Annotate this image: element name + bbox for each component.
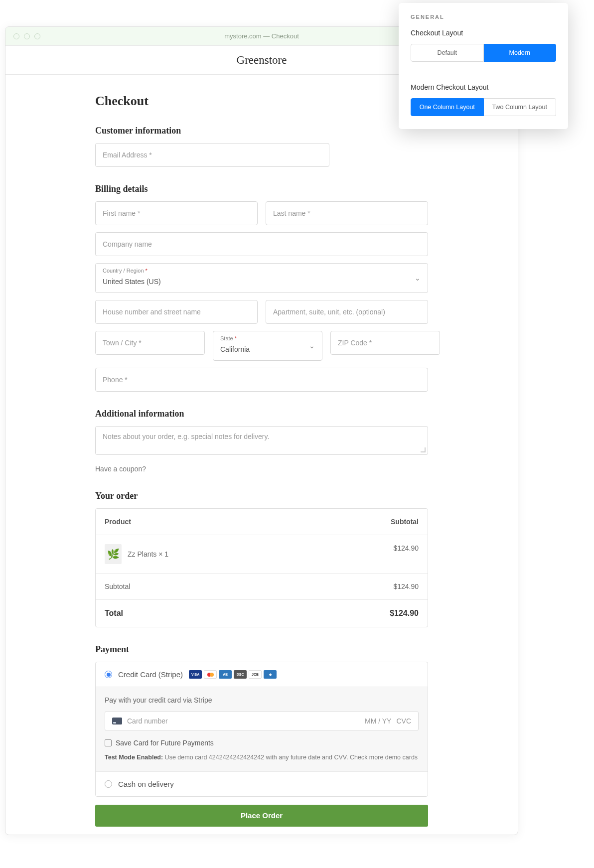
settings-general-label: GENERAL xyxy=(411,14,556,20)
checkout-layout-heading: Checkout Layout xyxy=(411,29,556,37)
product-price: $124.90 xyxy=(393,544,419,564)
payment-heading: Payment xyxy=(95,644,428,655)
two-column-button[interactable]: Two Column Layout xyxy=(484,98,557,116)
col-subtotal: Subtotal xyxy=(391,518,419,526)
zip-field[interactable]: ZIP Code * xyxy=(330,331,440,355)
col-product: Product xyxy=(105,518,131,526)
layout-modern-button[interactable]: Modern xyxy=(484,44,557,62)
chevron-down-icon: ⌄ xyxy=(415,274,421,282)
city-field[interactable]: Town / City * xyxy=(95,331,205,355)
order-summary-table: Product Subtotal 🌿 Zz Plants × 1 $124.90… xyxy=(95,508,428,627)
customer-info-heading: Customer information xyxy=(95,126,428,136)
first-name-field[interactable]: First name * xyxy=(95,201,258,225)
product-name: Zz Plants × 1 xyxy=(128,550,168,558)
email-field[interactable]: Email Address * xyxy=(95,143,329,167)
order-line-item: 🌿 Zz Plants × 1 $124.90 xyxy=(96,535,428,574)
subtotal-label: Subtotal xyxy=(105,582,130,590)
settings-panel: GENERAL Checkout Layout Default Modern M… xyxy=(399,3,568,129)
chevron-down-icon: ⌄ xyxy=(309,342,315,350)
modern-layout-toggle: One Column Layout Two Column Layout xyxy=(411,98,556,116)
order-notes-field[interactable]: Notes about your order, e.g. special not… xyxy=(95,426,428,455)
modern-layout-heading: Modern Checkout Layout xyxy=(411,83,556,91)
total-value: $124.90 xyxy=(390,609,419,618)
apartment-field[interactable]: Apartment, suite, unit, etc. (optional) xyxy=(266,300,428,324)
subtotal-value: $124.90 xyxy=(393,582,419,590)
card-icon xyxy=(112,718,122,724)
place-order-button[interactable]: Place Order xyxy=(95,805,428,827)
layout-default-button[interactable]: Default xyxy=(411,44,484,62)
email-placeholder: Email Address * xyxy=(103,151,152,159)
save-card-label: Save Card for Future Payments xyxy=(116,739,214,747)
card-brand-icons: VISA AE DSC JCB ◈ xyxy=(189,670,277,679)
checkout-layout-toggle: Default Modern xyxy=(411,44,556,62)
one-column-button[interactable]: One Column Layout xyxy=(411,98,484,116)
payment-methods: Credit Card (Stripe) VISA AE DSC JCB ◈ P… xyxy=(95,662,428,797)
coupon-link[interactable]: Have a coupon? xyxy=(95,465,428,473)
last-name-field[interactable]: Last name * xyxy=(266,201,428,225)
street-field[interactable]: House number and street name xyxy=(95,300,258,324)
total-label: Total xyxy=(105,609,123,618)
card-number-field[interactable]: Card number MM / YY CVC xyxy=(105,711,419,731)
radio-unselected-icon xyxy=(105,780,112,788)
additional-heading: Additional information xyxy=(95,409,428,419)
product-thumbnail: 🌿 xyxy=(105,544,122,564)
payment-option-cod[interactable]: Cash on delivery xyxy=(96,772,428,796)
payment-option-stripe[interactable]: Credit Card (Stripe) VISA AE DSC JCB ◈ xyxy=(96,662,428,687)
company-field[interactable]: Company name xyxy=(95,232,428,256)
radio-selected-icon xyxy=(105,671,112,678)
state-select[interactable]: State * California ⌄ xyxy=(213,331,322,361)
country-select[interactable]: Country / Region * United States (US) ⌄ xyxy=(95,263,428,293)
order-heading: Your order xyxy=(95,491,428,501)
billing-heading: Billing details xyxy=(95,184,428,194)
store-name: Greenstore xyxy=(237,54,287,67)
stripe-description: Pay with your credit card via Stripe xyxy=(105,696,419,704)
page-title: Checkout xyxy=(95,94,428,109)
save-card-checkbox[interactable] xyxy=(105,739,112,746)
browser-window: mystore.com — Checkout Greenstore Checko… xyxy=(5,26,518,835)
phone-field[interactable]: Phone * xyxy=(95,368,428,392)
divider xyxy=(411,73,556,73)
test-mode-note: Test Mode Enabled: Use demo card 4242424… xyxy=(105,753,419,762)
